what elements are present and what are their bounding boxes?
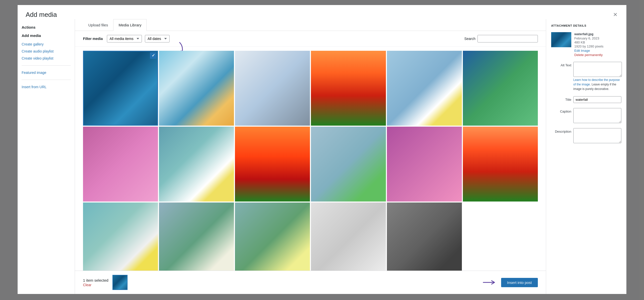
modal-body: Actions Add media Create gallery Create … <box>18 19 626 294</box>
sidebar-divider <box>22 65 71 66</box>
caption-field-row: Caption <box>551 108 621 123</box>
media-item-earbuds[interactable] <box>311 203 386 271</box>
search-label: Search <box>464 37 475 41</box>
title-input[interactable] <box>573 96 621 103</box>
media-item-thumb-daisy2 <box>159 127 234 202</box>
sidebar-section-title: Actions <box>22 25 71 29</box>
selected-thumbnail <box>112 275 128 290</box>
attachment-date: February 6, 2023 <box>574 36 603 40</box>
sidebar: Actions Add media Create gallery Create … <box>18 19 75 294</box>
media-item-thumb-beach <box>159 51 234 126</box>
media-item-beach[interactable] <box>159 51 234 126</box>
attachment-details-panel: ATTACHMENT DETAILS waterfall.jpg Februar… <box>546 19 626 294</box>
media-item-thumb-rose2 <box>387 127 462 202</box>
media-item-rose1[interactable] <box>83 127 158 202</box>
alt-text-input[interactable] <box>573 62 622 77</box>
selected-info-text: 1 item selected Clear <box>83 278 108 287</box>
add-media-modal: Add media × Actions Add media Create gal… <box>18 5 626 294</box>
media-item-sunset3[interactable] <box>463 127 538 202</box>
search-input[interactable] <box>477 35 538 42</box>
alt-text-help: Learn how to describe the purpose of the… <box>573 78 622 91</box>
attachment-thumbnail <box>551 32 571 47</box>
attachment-meta: waterfall.jpg February 6, 2023 480 KB 19… <box>574 32 603 57</box>
sidebar-item-create-audio-playlist[interactable]: Create audio playlist <box>22 48 71 54</box>
title-field-row: Title <box>551 96 621 103</box>
media-item-screen[interactable] <box>235 51 310 126</box>
media-item-thumb-butterfly3 <box>235 203 310 271</box>
search-container: Search <box>464 35 538 42</box>
filter-label: Filter media <box>83 37 103 41</box>
modal-header: Add media × <box>18 5 626 19</box>
media-item-thumb-daisy3 <box>83 203 158 271</box>
date-filter[interactable]: All dates <box>145 35 170 42</box>
media-item-butterfly2[interactable] <box>159 203 234 271</box>
tabs-bar: Upload files Media Library <box>75 19 546 31</box>
sidebar-heading: Add media <box>22 33 71 38</box>
description-field-row: Description <box>551 128 621 143</box>
media-item-daisy2[interactable] <box>159 127 234 202</box>
sidebar-item-featured-image[interactable]: Featured image <box>22 70 71 76</box>
media-item-thumb-waterfall <box>83 51 158 126</box>
media-item-thumb-sunset2 <box>235 127 310 202</box>
media-item-butterfly3[interactable] <box>235 203 310 271</box>
alt-text-container: Learn how to describe the purpose of the… <box>573 62 622 91</box>
main-content: Upload files Media Library Filter media … <box>75 19 546 294</box>
delete-permanently-link[interactable]: Delete permanently <box>574 53 603 57</box>
tab-upload-files[interactable]: Upload files <box>83 19 113 31</box>
media-item-sunset1[interactable] <box>311 51 386 126</box>
insert-arrow-icon <box>482 279 497 286</box>
media-item-thumb-sunset3 <box>463 127 538 202</box>
media-item-thumb-butterfly1 <box>311 127 386 202</box>
edit-image-link[interactable]: Edit Image <box>574 49 603 53</box>
insert-into-post-button[interactable]: Insert into post <box>501 278 538 287</box>
modal-title: Add media <box>26 11 57 19</box>
alt-text-field-row: Alt Text Learn how to describe the purpo… <box>551 62 621 91</box>
media-item-sunset2[interactable] <box>235 127 310 202</box>
attachment-filename: waterfall.jpg <box>574 32 603 36</box>
sidebar-divider-2 <box>22 80 71 80</box>
tab-media-library[interactable]: Media Library <box>113 19 147 31</box>
description-label: Description <box>551 128 571 133</box>
media-item-butterfly1[interactable] <box>311 127 386 202</box>
sidebar-item-insert-from-url[interactable]: Insert from URL <box>22 84 71 90</box>
selected-info: 1 item selected Clear <box>83 275 128 290</box>
title-label: Title <box>551 96 571 102</box>
bottom-bar: 1 item selected Clear Insert into post <box>75 271 546 294</box>
attachment-filesize: 480 KB <box>574 40 603 44</box>
media-type-filter[interactable]: All media items <box>107 35 142 42</box>
close-button[interactable]: × <box>612 10 618 19</box>
filter-bar: Filter media All media items All dates <box>75 31 546 47</box>
media-item-daisy1[interactable] <box>387 51 462 126</box>
media-item-duck[interactable] <box>387 203 462 271</box>
caption-label: Caption <box>551 108 571 113</box>
media-grid <box>83 51 538 271</box>
media-item-thumb-earbuds <box>311 203 386 271</box>
media-item-thumb-duck <box>387 203 462 271</box>
sidebar-item-create-video-playlist[interactable]: Create video playlist <box>22 55 71 61</box>
selected-count-label: 1 item selected <box>83 278 108 282</box>
media-grid-area <box>75 47 546 271</box>
attachment-panel-title: ATTACHMENT DETAILS <box>551 24 621 27</box>
media-item-rose2[interactable] <box>387 127 462 202</box>
media-item-thumb-rose1 <box>83 127 158 202</box>
media-item-daisy3[interactable] <box>83 203 158 271</box>
media-item-thumb-sunset1 <box>311 51 386 126</box>
insert-area: Insert into post <box>482 278 538 287</box>
media-item-thumb-butterfly2 <box>159 203 234 271</box>
media-item-thumb-screen <box>235 51 310 126</box>
clear-selection-link[interactable]: Clear <box>83 283 108 287</box>
sidebar-item-create-gallery[interactable]: Create gallery <box>22 41 71 47</box>
alt-text-label: Alt Text <box>551 62 571 67</box>
media-item-thumb-daisy1 <box>387 51 462 126</box>
attachment-preview: waterfall.jpg February 6, 2023 480 KB 19… <box>551 32 621 57</box>
media-item-cliff[interactable] <box>463 51 538 126</box>
media-item-thumb-cliff <box>463 51 538 126</box>
media-item-waterfall[interactable] <box>83 51 158 126</box>
attachment-dimensions: 1920 by 1280 pixels <box>574 44 603 48</box>
modal-overlay: Add media × Actions Add media Create gal… <box>0 0 644 300</box>
description-input[interactable] <box>573 128 621 143</box>
caption-input[interactable] <box>573 108 621 123</box>
